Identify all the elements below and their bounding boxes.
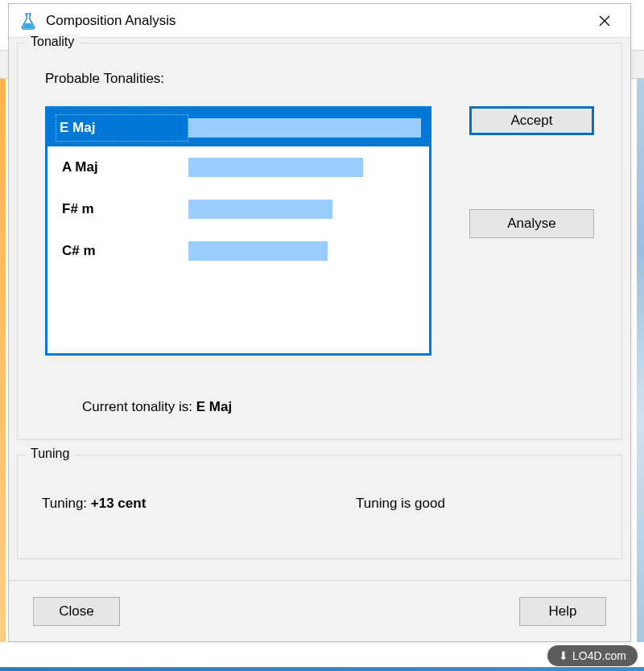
probability-bar <box>188 200 421 219</box>
flask-icon <box>19 11 38 31</box>
dialog-footer: Close Help <box>9 580 630 641</box>
titlebar: Composition Analysis <box>9 4 630 38</box>
list-item[interactable]: E Maj <box>47 109 429 146</box>
tuning-value: +13 cent <box>91 496 147 511</box>
probability-bar <box>188 241 421 261</box>
tonality-group-label: Tonality <box>26 35 79 49</box>
download-icon: ⬇ <box>559 649 568 662</box>
tuning-label: Tuning: <box>42 496 87 511</box>
tonality-name: E Maj <box>56 114 188 142</box>
current-tonality-text: Current tonality is: E Maj <box>82 399 232 415</box>
probability-bar <box>188 118 421 138</box>
tuning-status: Tuning is good <box>356 496 597 512</box>
composition-analysis-dialog: Composition Analysis Tonality Probable T… <box>8 3 631 642</box>
app-footer-line <box>0 667 644 671</box>
bg-waveform-left <box>0 79 6 642</box>
window-title: Composition Analysis <box>46 13 588 29</box>
list-item[interactable]: C# m <box>47 230 429 272</box>
help-button[interactable]: Help <box>519 597 606 626</box>
tuning-group: Tuning Tuning: +13 cent Tuning is good <box>17 455 622 559</box>
current-tonality-label: Current tonality is: <box>82 399 192 414</box>
tonality-list[interactable]: E Maj A Maj F# m C# m <box>45 106 431 356</box>
tonality-name: F# m <box>56 196 188 222</box>
list-item[interactable]: F# m <box>47 188 429 230</box>
analyse-button[interactable]: Analyse <box>469 209 594 238</box>
probability-bar <box>188 158 421 177</box>
tuning-group-label: Tuning <box>26 447 74 461</box>
watermark-text: LO4D.com <box>572 649 626 662</box>
accept-button[interactable]: Accept <box>469 106 594 135</box>
close-icon[interactable] <box>588 9 621 33</box>
probable-tonalities-label: Probable Tonalities: <box>45 71 164 87</box>
close-button[interactable]: Close <box>33 597 120 626</box>
tuning-value-text: Tuning: +13 cent <box>42 496 356 512</box>
current-tonality-value: E Maj <box>196 399 232 414</box>
bg-waveform-right <box>637 79 644 642</box>
watermark: ⬇ LO4D.com <box>547 645 638 666</box>
list-item[interactable]: A Maj <box>47 146 429 188</box>
tonality-group: Tonality Probable Tonalities: E Maj A Ma… <box>17 43 622 440</box>
tonality-name: C# m <box>56 238 188 264</box>
tonality-action-buttons: Accept Analyse <box>469 106 594 238</box>
tonality-name: A Maj <box>56 154 188 180</box>
